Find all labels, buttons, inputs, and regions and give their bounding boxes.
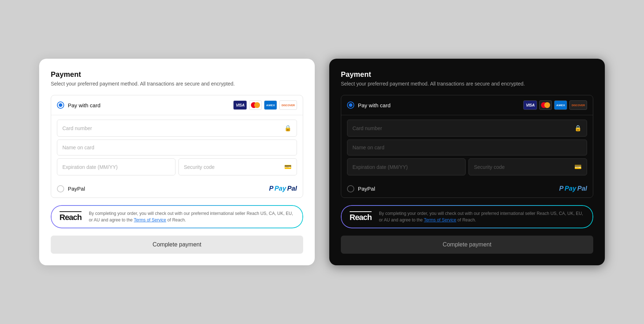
card-back-icon-light: 💳 (284, 163, 292, 170)
card-number-field-dark[interactable]: Card number 🔒 (347, 120, 587, 137)
complete-payment-button-dark[interactable]: Complete payment (341, 236, 593, 254)
paypal-radio-light[interactable] (57, 185, 64, 192)
lock-icon-light: 🔒 (284, 125, 292, 132)
amex-logo-light: AMEX (264, 100, 277, 110)
reach-desc2-dark: of Reach. (456, 217, 476, 223)
expiry-security-row-light: Expiration date (MM/YY) Security code 💳 (57, 158, 297, 175)
reach-overline-light (59, 211, 82, 212)
card-radio-inner-light (59, 103, 62, 107)
security-code-placeholder-dark: Security code (474, 164, 505, 170)
card-fields-light: Card number 🔒 Name on card Expiration da… (51, 115, 303, 180)
mastercard-logo-light (249, 100, 262, 110)
paypal-label-dark: PayPal (358, 186, 375, 192)
pay-with-card-row-light[interactable]: Pay with card VISA AMEX DISCOVER (51, 95, 303, 115)
pay-with-card-label-dark: Pay with card (358, 102, 391, 108)
paypal-row-light[interactable]: PayPal P PayPal (51, 180, 303, 198)
reach-banner-dark: Reach By completing your order, you will… (341, 205, 593, 228)
payment-options-dark: Pay with card VISA AMEX DISCOVER Card nu… (341, 95, 593, 198)
paypal-text-dark2: Pal (577, 185, 587, 192)
reach-logo-text-light: Reach (59, 213, 82, 222)
reach-desc-light: By completing your order, you will check… (89, 211, 293, 223)
card-radio-dark[interactable] (347, 101, 354, 109)
expiry-security-row-dark: Expiration date (MM/YY) Security code 💳 (347, 158, 587, 175)
security-code-field-light[interactable]: Security code 💳 (178, 158, 297, 175)
complete-payment-button-light[interactable]: Complete payment (51, 236, 303, 254)
mc-orange-dark (544, 102, 550, 108)
reach-logo-dark: Reach (350, 211, 372, 222)
card-subtitle-dark: Select your preferred payment method. Al… (341, 80, 593, 88)
reach-tos-link-light[interactable]: Terms of Service (134, 217, 166, 223)
payment-card-light: Payment Select your preferred payment me… (39, 59, 315, 265)
paypal-left-light: PayPal (57, 185, 85, 192)
reach-desc-dark: By completing your order, you will check… (379, 211, 583, 223)
name-on-card-placeholder-light: Name on card (62, 145, 94, 150)
card-back-icon-dark: 💳 (574, 163, 582, 170)
reach-logo-light: Reach (59, 211, 82, 222)
mc-circles-light (251, 102, 260, 108)
expiration-placeholder-dark: Expiration date (MM/YY) (352, 164, 408, 170)
payment-options-light: Pay with card VISA AMEX DISCOVER Card nu… (51, 95, 303, 198)
card-logos-dark: VISA AMEX DISCOVER (523, 100, 587, 110)
lock-icon-dark: 🔒 (574, 125, 582, 132)
card-fields-dark: Card number 🔒 Name on card Expiration da… (341, 115, 593, 180)
security-code-placeholder-light: Security code (184, 164, 215, 170)
pay-with-card-row-dark[interactable]: Pay with card VISA AMEX DISCOVER (341, 95, 593, 115)
paypal-left-dark: PayPal (347, 185, 375, 192)
name-on-card-placeholder-dark: Name on card (352, 145, 384, 150)
expiration-field-dark[interactable]: Expiration date (MM/YY) (347, 158, 466, 175)
paypal-label-light: PayPal (68, 186, 85, 192)
card-header-dark: Payment Select your preferred payment me… (341, 70, 593, 88)
reach-banner-light: Reach By completing your order, you will… (51, 205, 303, 228)
security-code-field-dark[interactable]: Security code 💳 (468, 158, 587, 175)
card-logos-light: VISA AMEX DISCOVER (233, 100, 297, 110)
card-title-light: Payment (51, 70, 303, 79)
paypal-p-dark: P (559, 185, 564, 192)
paypal-text-dark-card: Pay (565, 185, 576, 192)
paypal-row-dark[interactable]: PayPal P PayPal (341, 180, 593, 198)
mc-circles-dark (541, 102, 550, 108)
name-on-card-field-dark[interactable]: Name on card (347, 140, 587, 155)
mc-orange-light (254, 102, 260, 108)
paypal-p-light: P (269, 185, 273, 192)
paypal-text-dark-light: Pal (287, 185, 297, 192)
expiration-field-light[interactable]: Expiration date (MM/YY) (57, 158, 176, 175)
paypal-logo-dark: P PayPal (559, 185, 587, 192)
mastercard-logo-dark (539, 100, 552, 110)
card-subtitle-light: Select your preferred payment method. Al… (51, 80, 303, 88)
reach-text-light: By completing your order, you will check… (89, 210, 294, 223)
paypal-logo-light: P PayPal (269, 185, 297, 192)
paypal-text-light: Pay (274, 185, 286, 192)
pay-with-card-left-light: Pay with card (57, 101, 100, 109)
pay-with-card-left-dark: Pay with card (347, 101, 391, 109)
discover-logo-dark: DISCOVER (569, 100, 587, 110)
visa-logo-light: VISA (233, 100, 247, 110)
card-number-field-light[interactable]: Card number 🔒 (57, 120, 297, 137)
card-radio-inner-dark (349, 103, 352, 107)
reach-logo-text-dark: Reach (350, 213, 372, 222)
paypal-radio-dark[interactable] (347, 185, 354, 192)
expiration-placeholder-light: Expiration date (MM/YY) (62, 164, 118, 170)
pay-with-card-label-light: Pay with card (68, 102, 100, 108)
card-header-light: Payment Select your preferred payment me… (51, 70, 303, 88)
reach-overline-dark (350, 211, 372, 212)
payment-card-dark: Payment Select your preferred payment me… (329, 59, 605, 265)
reach-desc2-light: of Reach. (166, 217, 186, 223)
card-title-dark: Payment (341, 70, 593, 79)
discover-logo-light: DISCOVER (279, 100, 297, 110)
card-number-placeholder-light: Card number (62, 125, 92, 131)
amex-logo-dark: AMEX (554, 100, 567, 110)
name-on-card-field-light[interactable]: Name on card (57, 140, 297, 155)
card-number-placeholder-dark: Card number (352, 125, 382, 131)
card-radio-light[interactable] (57, 101, 64, 109)
visa-logo-dark: VISA (523, 100, 537, 110)
reach-text-dark: By completing your order, you will check… (379, 210, 585, 223)
reach-tos-link-dark[interactable]: Terms of Service (424, 217, 456, 223)
